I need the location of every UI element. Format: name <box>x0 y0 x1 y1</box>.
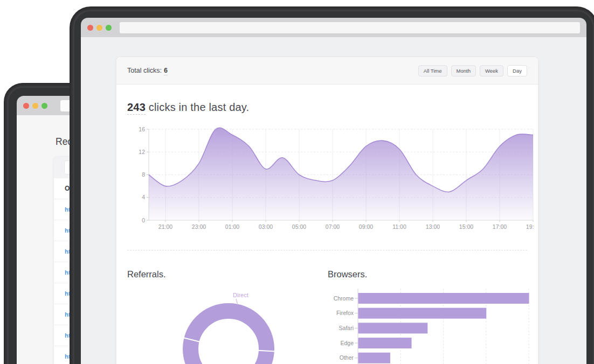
front-url-bar[interactable] <box>120 22 580 33</box>
minimize-button-icon[interactable] <box>96 25 102 31</box>
dashboard-page: Total clicks:6 All TimeMonthWeekDay 243 … <box>81 37 586 364</box>
svg-text:19:00: 19:00 <box>526 223 534 230</box>
clicks-headline: 243 clicks in the last day. <box>127 101 249 114</box>
card-header: Total clicks:6 All TimeMonthWeekDay <box>116 57 538 85</box>
filter-all-time-button[interactable]: All Time <box>418 65 447 76</box>
close-button-icon[interactable] <box>87 25 93 31</box>
maximize-button-icon[interactable] <box>42 103 47 109</box>
referrals-title: Referrals. <box>127 269 166 279</box>
filter-week-button[interactable]: Week <box>480 65 503 76</box>
svg-text:17:00: 17:00 <box>493 223 507 230</box>
total-clicks-value: 6 <box>164 67 168 75</box>
svg-text:0: 0 <box>142 217 145 223</box>
svg-text:01:00: 01:00 <box>225 223 239 230</box>
front-window-titlebar <box>81 18 586 37</box>
svg-text:16: 16 <box>139 126 145 132</box>
svg-text:Direct: Direct <box>233 292 248 298</box>
close-button-icon[interactable] <box>23 103 29 109</box>
analytics-browser-window: Total clicks:6 All TimeMonthWeekDay 243 … <box>74 11 593 364</box>
svg-text:23:00: 23:00 <box>192 223 206 230</box>
filter-day-button[interactable]: Day <box>507 65 527 76</box>
headline-count: 243 <box>127 101 146 115</box>
svg-text:Chrome: Chrome <box>334 295 354 302</box>
total-clicks-label: Total clicks: <box>127 67 162 74</box>
minimize-button-icon[interactable] <box>32 103 38 109</box>
svg-text:05:00: 05:00 <box>292 223 306 230</box>
svg-text:11:00: 11:00 <box>392 223 406 230</box>
svg-text:07:00: 07:00 <box>326 223 340 230</box>
svg-text:Firefox: Firefox <box>336 310 354 316</box>
browsers-bar-chart: ChromeFirefoxSafariEdgeOther <box>328 289 531 364</box>
referrals-donut-chart: Direct <box>127 290 321 364</box>
time-filter-group: All TimeMonthWeekDay <box>418 65 527 76</box>
maximize-button-icon[interactable] <box>106 25 112 31</box>
svg-text:15:00: 15:00 <box>459 223 473 230</box>
svg-text:09:00: 09:00 <box>359 223 373 230</box>
headline-text: clicks in the last day. <box>146 101 249 113</box>
svg-text:21:00: 21:00 <box>158 223 172 230</box>
svg-text:12: 12 <box>139 149 145 155</box>
clicks-area-chart: 21:0023:0001:0003:0005:0007:0009:0011:00… <box>127 126 534 233</box>
section-divider <box>127 250 527 250</box>
svg-text:4: 4 <box>142 194 145 200</box>
filter-month-button[interactable]: Month <box>451 65 476 76</box>
svg-text:8: 8 <box>142 171 145 178</box>
svg-text:Safari: Safari <box>339 325 354 331</box>
svg-text:13:00: 13:00 <box>426 223 440 230</box>
svg-text:Edge: Edge <box>340 340 354 346</box>
browsers-title: Browsers. <box>328 269 367 279</box>
total-clicks: Total clicks:6 <box>127 67 168 74</box>
svg-text:Other: Other <box>340 354 354 361</box>
analytics-card: Total clicks:6 All TimeMonthWeekDay 243 … <box>116 57 538 364</box>
svg-text:03:00: 03:00 <box>259 223 273 230</box>
